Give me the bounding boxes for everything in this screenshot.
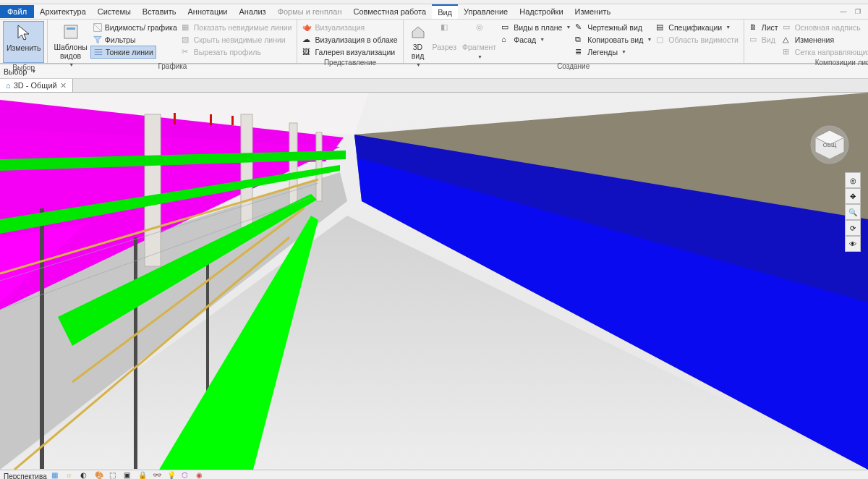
- svg-rect-25: [210, 114, 212, 125]
- sun-path-icon[interactable]: ☼: [66, 471, 76, 479]
- menu-systems[interactable]: Системы: [92, 5, 137, 18]
- visual-style-icon[interactable]: ▦: [51, 471, 61, 479]
- plan-icon: ▭: [501, 22, 511, 33]
- svg-rect-16: [289, 123, 297, 210]
- view-control-bar: Перспектива ▦ ☼ ◐ 🎨 ⬚ ▣ 🔒 👓 💡 ⬡ ◉: [0, 470, 868, 479]
- cursor-icon: [15, 24, 33, 41]
- view-cube[interactable]: ОБЩ: [810, 125, 850, 165]
- window-buttons: — ❐: [838, 7, 868, 17]
- filters-button[interactable]: Фильтры: [90, 34, 138, 46]
- template-icon: [62, 23, 80, 41]
- ribbon-group-create: 3D вид▼ ◧Разрез ◎Фрагмент▼ ▭Виды в плане…: [404, 20, 744, 63]
- copy-icon: ⧉: [575, 35, 585, 45]
- visibility-button[interactable]: Видимость/ графика: [90, 22, 179, 33]
- temp-hide-icon[interactable]: 👓: [153, 471, 163, 479]
- scope-icon: ▢: [656, 35, 666, 45]
- cutprofile-icon: ✂: [182, 47, 192, 57]
- group-label-presentation: Представление: [300, 59, 399, 67]
- titleblock-button[interactable]: ▭Основная надпись: [780, 22, 863, 33]
- cloud-icon: ☁: [302, 35, 312, 45]
- menu-massing[interactable]: Формы и генплан: [272, 5, 348, 18]
- revisions-button[interactable]: △Изменения: [780, 34, 836, 46]
- showhidden-icon: ▦: [182, 22, 192, 33]
- steering-wheel-button[interactable]: ◎: [845, 172, 861, 188]
- shadows-icon[interactable]: ◐: [80, 471, 90, 479]
- menubar: Файл Архитектура Системы Вставить Аннота…: [0, 4, 868, 20]
- drafting-view-button[interactable]: ✎Чертежный вид: [573, 22, 644, 33]
- plan-views-button[interactable]: ▭Виды в плане▼: [499, 22, 573, 33]
- highlight-icon[interactable]: ◉: [196, 471, 206, 479]
- ribbon-group-sheets: 🗎Лист ▭Вид ▭Основная надпись △Изменения …: [744, 20, 868, 63]
- orbit-button[interactable]: ⟳: [845, 220, 861, 236]
- render-cloud-button[interactable]: ☁Визуализация в облаке: [300, 34, 399, 46]
- house3d-icon: [409, 23, 427, 41]
- section-button[interactable]: ◧Разрез: [430, 21, 459, 62]
- view-templates-button[interactable]: Шаблоны видов▼: [51, 21, 90, 62]
- close-tab-button[interactable]: ✕: [60, 81, 67, 90]
- lookaround-button[interactable]: 👁: [845, 236, 861, 252]
- visibility-icon: [93, 22, 103, 33]
- sheet-button[interactable]: 🗎Лист: [747, 22, 780, 33]
- svg-rect-18: [40, 208, 44, 469]
- home-icon: ⌂: [6, 81, 11, 90]
- view3d-button[interactable]: 3D вид▼: [407, 21, 430, 62]
- zoom-button[interactable]: 🔍: [845, 204, 861, 220]
- pan-button[interactable]: ✥: [845, 188, 861, 204]
- schedule-icon: ▤: [656, 22, 666, 33]
- render-gallery-button[interactable]: 🖼Галерея визуализации: [300, 46, 397, 58]
- titleblock-icon: ▭: [783, 22, 793, 33]
- svg-rect-27: [174, 113, 176, 124]
- menu-insert[interactable]: Вставить: [137, 5, 182, 18]
- crop-visible-icon[interactable]: ▣: [124, 471, 134, 479]
- revision-icon: △: [783, 35, 793, 45]
- svg-rect-17: [316, 132, 322, 201]
- scope-box-button[interactable]: ▢Область видимости: [654, 34, 741, 46]
- schedules-button[interactable]: ▤Спецификации▼: [654, 22, 733, 33]
- gallery-icon: 🖼: [302, 47, 312, 57]
- restore-button[interactable]: ❐: [852, 7, 864, 17]
- svg-text:ОБЩ: ОБЩ: [823, 142, 837, 148]
- drafting-icon: ✎: [575, 22, 585, 33]
- guide-grid-button[interactable]: ⊞Сетка направляющих: [780, 46, 868, 58]
- doc-tab-3d[interactable]: ⌂ 3D - Общий ✕: [0, 79, 73, 92]
- menu-file[interactable]: Файл: [0, 5, 34, 18]
- callout-button[interactable]: ◎Фрагмент▼: [459, 21, 499, 62]
- ribbon: Изменить Выбор Шаблоны видов▼ Видимость/…: [0, 20, 868, 64]
- 3d-viewport[interactable]: ОБЩ ◎ ✥ 🔍 ⟳ 👁: [0, 93, 868, 470]
- show-hidden-lines-button[interactable]: ▦Показать невидимые линии: [179, 22, 294, 33]
- analytical-icon[interactable]: ⬡: [182, 471, 192, 479]
- svg-rect-19: [134, 237, 137, 469]
- menu-arch[interactable]: Архитектура: [34, 5, 92, 18]
- menu-collab[interactable]: Совместная работа: [347, 5, 432, 18]
- menu-analysis[interactable]: Анализ: [233, 5, 271, 18]
- minimize-button[interactable]: —: [838, 7, 849, 17]
- lock-icon[interactable]: 🔒: [138, 471, 148, 479]
- view-mode-label[interactable]: Перспектива: [4, 472, 47, 480]
- svg-rect-26: [231, 116, 234, 125]
- svg-rect-15: [241, 114, 252, 230]
- grid-icon: ⊞: [783, 47, 793, 57]
- cut-profile-button[interactable]: ✂Вырезать профиль: [179, 46, 263, 58]
- crop-icon[interactable]: ⬚: [109, 471, 119, 479]
- ribbon-group-select: Изменить Выбор: [0, 20, 48, 63]
- svg-rect-1: [67, 27, 75, 30]
- legends-button[interactable]: ≣Легенды▼: [573, 46, 629, 58]
- reveal-icon[interactable]: 💡: [167, 471, 177, 479]
- render-button[interactable]: 🫖Визуализация: [300, 22, 367, 33]
- legend-icon: ≣: [575, 47, 585, 57]
- hide-lines-button[interactable]: ▧Скрыть невидимые линии: [179, 34, 288, 46]
- thin-lines-button[interactable]: Тонкие линии: [90, 46, 156, 59]
- menu-modify[interactable]: Изменить: [569, 5, 617, 18]
- view-button[interactable]: ▭Вид: [747, 34, 778, 46]
- menu-addins[interactable]: Надстройки: [514, 5, 569, 18]
- menu-manage[interactable]: Управление: [458, 5, 514, 18]
- menu-annot[interactable]: Аннотации: [182, 5, 234, 18]
- rendering-icon[interactable]: 🎨: [95, 471, 105, 479]
- filter-icon: [93, 35, 103, 45]
- hidelines-icon: ▧: [182, 35, 192, 45]
- elevation-button[interactable]: ⌂Фасад▼: [499, 34, 547, 46]
- duplicate-view-button[interactable]: ⧉Копировать вид▼: [573, 34, 654, 46]
- menu-view[interactable]: Вид: [432, 4, 458, 19]
- section-icon: ◧: [435, 23, 453, 41]
- modify-button[interactable]: Изменить: [3, 21, 44, 63]
